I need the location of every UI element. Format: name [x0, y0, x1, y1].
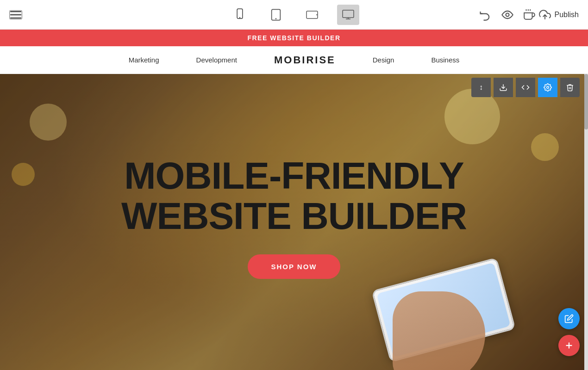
- svg-point-8: [506, 13, 509, 16]
- tablet-landscape-icon: [306, 8, 319, 21]
- shop-now-button[interactable]: SHOP NOW: [248, 254, 340, 279]
- mobile-icon: [233, 8, 246, 21]
- undo-button[interactable]: [479, 8, 492, 21]
- nav-development[interactable]: Development: [196, 56, 237, 64]
- svg-point-14: [547, 86, 549, 89]
- publish-icon: [523, 9, 535, 21]
- toolbar-right: Publish: [479, 8, 579, 21]
- bokeh-4: [531, 133, 559, 161]
- download-block-button[interactable]: [494, 78, 513, 97]
- hand-shape: [393, 291, 485, 370]
- edit-icon: [564, 314, 574, 323]
- block-controls: ↕: [471, 78, 580, 97]
- delete-icon: [566, 83, 574, 92]
- move-icon: ↕: [479, 83, 483, 92]
- site-nav: Marketing Development MOBIRISE Design Bu…: [0, 46, 588, 74]
- desktop-view-button[interactable]: [337, 5, 359, 25]
- scrollbar[interactable]: [584, 74, 588, 370]
- desktop-icon: [342, 8, 355, 21]
- hero-title: MOBILE-FRIENDLY WEBSITE BUILDER: [121, 156, 467, 235]
- hero-title-line2: WEBSITE BUILDER: [121, 195, 467, 237]
- toolbar-left: [9, 10, 22, 19]
- publish-label: Publish: [555, 11, 579, 19]
- tablet-landscape-button[interactable]: [301, 5, 323, 25]
- menu-button[interactable]: [9, 10, 22, 19]
- hero-content: MOBILE-FRIENDLY WEBSITE BUILDER SHOP NOW: [94, 156, 494, 278]
- scrollbar-thumb[interactable]: [584, 74, 588, 130]
- edit-fab-button[interactable]: [558, 308, 580, 329]
- settings-icon: [544, 83, 552, 92]
- preview-icon: [501, 8, 514, 21]
- code-block-button[interactable]: [516, 78, 535, 97]
- svg-rect-6: [343, 10, 354, 18]
- preview-button[interactable]: [501, 8, 514, 21]
- add-icon: [564, 340, 574, 351]
- nav-business[interactable]: Business: [431, 56, 459, 64]
- move-block-button[interactable]: ↕: [471, 78, 491, 97]
- bokeh-1: [30, 104, 67, 141]
- device-switcher: [229, 5, 359, 25]
- hero-title-line1: MOBILE-FRIENDLY: [124, 154, 464, 197]
- undo-icon: [479, 8, 492, 21]
- tablet-view-button[interactable]: [265, 5, 287, 25]
- download-icon: [499, 83, 507, 92]
- nav-marketing[interactable]: Marketing: [129, 56, 159, 64]
- bokeh-3: [444, 89, 500, 144]
- add-block-fab-button[interactable]: [558, 335, 580, 356]
- svg-rect-4: [307, 11, 318, 18]
- publish-button[interactable]: Publish: [523, 9, 579, 21]
- fab-container: [558, 308, 580, 356]
- toolbar: Publish: [0, 0, 588, 30]
- delete-block-button[interactable]: [560, 78, 580, 97]
- hamburger-line-3: [10, 18, 21, 18]
- nav-design[interactable]: Design: [373, 56, 394, 64]
- free-banner: FREE WEBSITE BUILDER: [0, 30, 588, 46]
- hamburger-line-1: [10, 11, 21, 12]
- banner-text: FREE WEBSITE BUILDER: [247, 34, 340, 42]
- code-icon: [521, 83, 530, 92]
- upload-cloud-icon: [539, 9, 551, 21]
- settings-block-button[interactable]: [538, 78, 557, 97]
- hamburger-line-2: [10, 14, 21, 15]
- hero-section: MOBILE-FRIENDLY WEBSITE BUILDER SHOP NOW…: [0, 74, 588, 370]
- site-brand: MOBIRISE: [274, 54, 336, 66]
- mobile-view-button[interactable]: [229, 5, 251, 25]
- tablet-icon: [269, 8, 282, 21]
